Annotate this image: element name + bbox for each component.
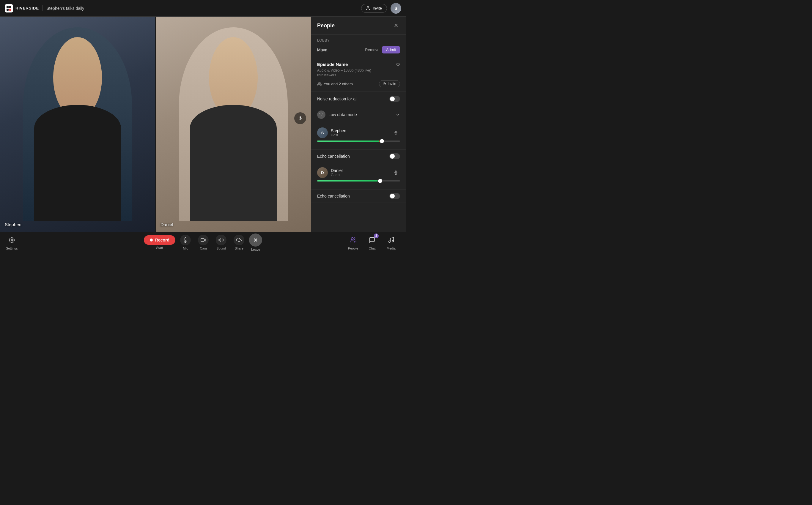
chat-icon-wrapper: 2: [367, 235, 378, 245]
episode-header-row: Episode Name ⚙: [317, 61, 400, 67]
episode-viewers: 852 viewers: [317, 73, 400, 77]
person-body-stephen: [34, 105, 121, 221]
svg-point-9: [318, 82, 319, 83]
start-label: Start: [156, 246, 163, 249]
participants-info: You and 2 others: [317, 81, 353, 86]
mic-label: Mic: [183, 246, 188, 250]
svg-point-27: [351, 237, 354, 239]
header-divider: [42, 5, 43, 11]
share-label: Share: [235, 246, 243, 250]
record-button[interactable]: Record: [144, 235, 175, 245]
settings-button[interactable]: Settings: [6, 235, 18, 250]
low-data-row[interactable]: Low data mode: [317, 111, 400, 119]
daniel-echo-row: Echo cancellation: [317, 193, 400, 199]
low-data-label: Low data mode: [328, 112, 357, 117]
invite-participants-button[interactable]: Invite: [379, 80, 400, 87]
people-button[interactable]: People: [344, 233, 362, 251]
lobby-person-row: Maya Remove Admit: [317, 46, 400, 53]
stephen-echo-section: Echo cancellation: [311, 150, 406, 163]
chat-label: Chat: [369, 246, 375, 250]
daniel-name: Daniel: [331, 168, 389, 173]
stephen-echo-toggle[interactable]: [389, 153, 400, 159]
daniel-echo-toggle[interactable]: [389, 193, 400, 199]
invite-label: Invite: [373, 6, 382, 10]
lobby-actions: Remove Admit: [365, 46, 400, 53]
close-panel-button[interactable]: ✕: [392, 21, 400, 30]
cam-label: Cam: [200, 246, 207, 250]
logo-text: RIVERSIDE: [15, 6, 39, 10]
noise-reduction-row: Noise reduction for all: [317, 96, 400, 102]
svg-rect-0: [7, 6, 9, 8]
invite-participants-label: Invite: [388, 82, 396, 86]
svg-point-28: [389, 240, 391, 242]
sound-button[interactable]: Sound: [214, 233, 229, 251]
stephen-name: Stephen: [331, 128, 389, 133]
episode-quality: Audio & Video – 1080p (480p live): [317, 68, 400, 72]
low-data-icon: [317, 111, 325, 119]
svg-rect-2: [7, 9, 9, 11]
remove-button[interactable]: Remove: [365, 47, 379, 52]
stephen-mic-button[interactable]: [392, 129, 400, 137]
svg-point-18: [11, 239, 12, 240]
cam-button[interactable]: Cam: [195, 233, 211, 251]
chat-button[interactable]: 2 Chat: [363, 233, 381, 251]
record-label: Record: [155, 238, 169, 242]
panel-header: People ✕: [311, 17, 406, 35]
stephen-echo-label: Echo cancellation: [317, 154, 350, 159]
stephen-echo-knob: [390, 154, 395, 159]
daniel-echo-section: Echo cancellation: [311, 189, 406, 203]
leave-button[interactable]: [249, 233, 262, 246]
stephen-echo-row: Echo cancellation: [317, 153, 400, 159]
participants-count: You and 2 others: [324, 82, 353, 86]
main-content: Stephen Daniel: [0, 17, 406, 232]
media-label: Media: [387, 246, 396, 250]
media-button[interactable]: Media: [382, 233, 400, 251]
noise-reduction-knob: [390, 97, 395, 101]
episode-settings-button[interactable]: ⚙: [396, 61, 400, 67]
svg-point-4: [367, 7, 369, 8]
header-left: RIVERSIDE Stephen's talks daily: [5, 4, 361, 12]
svg-rect-3: [9, 9, 11, 11]
video-bg-daniel: [156, 17, 311, 232]
invite-button[interactable]: Invite: [361, 4, 387, 13]
daniel-mic-button[interactable]: [392, 168, 400, 177]
mic-button[interactable]: Mic: [178, 233, 193, 251]
media-icon: [386, 235, 397, 245]
video-name-stephen: Stephen: [5, 222, 21, 227]
settings-icon: [7, 235, 17, 245]
stephen-participant-section: S Stephen Host: [311, 123, 406, 150]
daniel-mic-overlay: [294, 112, 306, 124]
record-dot: [150, 238, 153, 241]
participants-icon: [317, 81, 322, 86]
mic-icon: [180, 235, 191, 245]
person-silhouette-daniel: [179, 27, 287, 221]
share-button[interactable]: Share: [231, 233, 247, 251]
lobby-section: Lobby Maya Remove Admit: [311, 35, 406, 57]
daniel-volume-track[interactable]: [317, 180, 400, 181]
person-silhouette-stephen: [23, 27, 132, 221]
toolbar-left: Settings: [6, 235, 18, 250]
admit-button[interactable]: Admit: [382, 46, 400, 53]
svg-point-10: [384, 82, 385, 84]
noise-reduction-toggle[interactable]: [389, 96, 400, 102]
noise-reduction-label: Noise reduction for all: [317, 97, 357, 101]
daniel-echo-label: Echo cancellation: [317, 194, 350, 198]
header: RIVERSIDE Stephen's talks daily Invite S: [0, 0, 406, 17]
settings-label: Settings: [6, 246, 18, 250]
stephen-volume-row: [317, 141, 400, 142]
daniel-echo-knob: [390, 194, 395, 198]
episode-section: Episode Name ⚙ Audio & Video – 1080p (48…: [311, 57, 406, 92]
low-data-chevron-icon: [395, 112, 400, 117]
toolbar-center: Record Start Mic Cam: [144, 233, 262, 251]
chat-badge: 2: [374, 233, 379, 238]
participants-row: You and 2 others Invite: [317, 80, 400, 87]
stephen-info: Stephen Host: [331, 128, 389, 137]
bottom-toolbar: Settings Record Start Mic: [0, 232, 406, 252]
share-icon: [234, 235, 244, 245]
stephen-volume-track[interactable]: [317, 141, 400, 142]
logo-area: RIVERSIDE: [5, 4, 39, 12]
daniel-avatar: D: [317, 167, 328, 178]
svg-rect-1: [9, 6, 11, 8]
people-icon: [348, 235, 359, 245]
logo-icon: [5, 4, 13, 12]
